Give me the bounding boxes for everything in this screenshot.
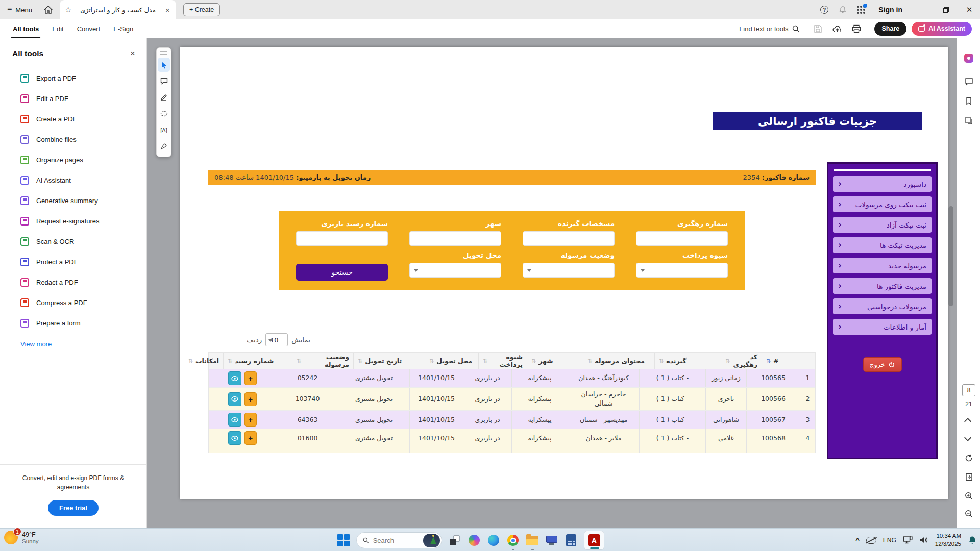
- table-header-cell[interactable]: وضعیت مرسوله ⇅: [292, 353, 353, 369]
- parcel-status-select[interactable]: [523, 263, 615, 278]
- sort-icon[interactable]: ⇅: [531, 358, 536, 364]
- zoom-in-button[interactable]: [961, 488, 976, 504]
- row-expand-button[interactable]: +: [244, 371, 257, 385]
- fit-page-button[interactable]: [961, 469, 976, 485]
- help-button[interactable]: ?: [816, 0, 832, 19]
- search-submit-button[interactable]: جستجو: [296, 264, 388, 281]
- tab-edit[interactable]: Edit: [45, 19, 70, 38]
- side-menu-item[interactable]: ثبت تیکت آزاد ‹: [833, 217, 932, 233]
- highlight-tool-button[interactable]: [158, 90, 170, 105]
- menu-button[interactable]: ≡ Menu: [0, 0, 39, 19]
- acrobat-taskbar-button[interactable]: A: [584, 531, 604, 550]
- side-menu-item[interactable]: مرسولات درخواستی ‹: [833, 298, 932, 314]
- sort-icon[interactable]: ⇅: [659, 358, 664, 364]
- rail-ai-assistant-button[interactable]: [961, 51, 976, 66]
- tab-esign[interactable]: E-Sign: [107, 19, 140, 38]
- side-menu-item[interactable]: مرسوله جدید ‹: [833, 258, 932, 273]
- row-view-button[interactable]: [228, 392, 241, 406]
- close-button[interactable]: ✕: [959, 0, 980, 19]
- task-view-button[interactable]: [448, 534, 461, 547]
- table-header-cell[interactable]: شهر ⇅: [527, 353, 583, 369]
- language-indicator[interactable]: ENG: [883, 537, 896, 544]
- notification-bell-icon[interactable]: [968, 536, 977, 545]
- sign-in-button[interactable]: Sign in: [871, 6, 910, 14]
- add-comment-button[interactable]: [158, 74, 170, 88]
- row-view-button[interactable]: [228, 413, 241, 427]
- zoom-out-button[interactable]: [961, 506, 976, 521]
- ai-assistant-button[interactable]: AI Assistant: [912, 22, 972, 36]
- calculator-button[interactable]: [565, 534, 578, 547]
- rail-bookmarks-button[interactable]: [961, 93, 976, 109]
- select-tool-button[interactable]: [158, 58, 170, 72]
- document-tab[interactable]: ☆ مدل کسب و کار و استراتژی ×: [60, 0, 176, 19]
- side-menu-item[interactable]: ثبت تیکت روی مرسولات ‹: [833, 196, 932, 212]
- tracking-number-input[interactable]: [636, 231, 728, 246]
- sort-icon[interactable]: ⇅: [483, 358, 487, 364]
- start-button[interactable]: [337, 534, 350, 547]
- drag-handle[interactable]: [160, 51, 167, 55]
- tab-all-tools[interactable]: All tools: [6, 19, 45, 38]
- tray-expand-button[interactable]: ^: [855, 536, 860, 544]
- restore-button[interactable]: [935, 0, 957, 19]
- volume-icon[interactable]: [919, 536, 928, 544]
- table-header-cell[interactable]: # ⇅: [762, 353, 815, 369]
- sort-icon[interactable]: ⇅: [228, 358, 232, 364]
- share-button[interactable]: Share: [874, 22, 906, 36]
- logout-button[interactable]: خروج: [863, 357, 902, 372]
- draw-tool-button[interactable]: [158, 107, 170, 121]
- table-header-cell[interactable]: کد رهگیری ⇅: [721, 353, 762, 369]
- scrollbar-thumb[interactable]: [948, 206, 953, 306]
- next-page-button[interactable]: [964, 434, 971, 441]
- previous-page-button[interactable]: [964, 418, 971, 425]
- find-text-button[interactable]: Find text or tools: [739, 25, 800, 33]
- save-button[interactable]: [811, 21, 825, 36]
- tool-item[interactable]: Prepare a form: [0, 313, 146, 333]
- apps-button[interactable]: [853, 0, 869, 19]
- christmas-tree-icon[interactable]: [423, 534, 440, 547]
- table-header-cell[interactable]: گیرنده ⇅: [654, 353, 721, 369]
- remote-desktop-button[interactable]: [545, 534, 558, 547]
- side-menu-item[interactable]: داشبورد ‹: [833, 176, 932, 192]
- copilot-button[interactable]: [468, 534, 481, 547]
- sort-icon[interactable]: ⇅: [587, 358, 592, 364]
- weather-widget[interactable]: 1 49°F Sunny: [4, 531, 39, 544]
- minimize-button[interactable]: —: [912, 0, 933, 19]
- network-icon[interactable]: [903, 536, 913, 544]
- mouse-off-icon[interactable]: [866, 537, 876, 544]
- side-menu-item[interactable]: آمار و اطلاعات ‹: [833, 319, 932, 335]
- tool-item[interactable]: Scan & OCR: [0, 231, 146, 252]
- edge-button[interactable]: [487, 534, 500, 547]
- payment-method-select[interactable]: [636, 263, 728, 278]
- tool-item[interactable]: Edit a PDF: [0, 88, 146, 109]
- rail-pages-button[interactable]: [961, 113, 976, 128]
- sort-icon[interactable]: ⇅: [358, 358, 362, 364]
- freight-receipt-input[interactable]: [296, 231, 388, 246]
- sort-icon[interactable]: ⇅: [297, 358, 301, 364]
- chrome-button[interactable]: [506, 534, 520, 547]
- tool-item[interactable]: Organize pages: [0, 149, 146, 170]
- tool-item[interactable]: Generative summary: [0, 190, 146, 211]
- row-expand-button[interactable]: +: [244, 413, 257, 427]
- clock[interactable]: 10:34 AM 12/3/2025: [935, 532, 961, 548]
- taskbar-search-input[interactable]: [373, 537, 419, 544]
- rotate-page-button[interactable]: [961, 450, 976, 466]
- sort-icon[interactable]: ⇅: [725, 358, 730, 364]
- table-header-cell[interactable]: تاریخ تحویل ⇅: [353, 353, 425, 369]
- tool-item[interactable]: Protect a PDF: [0, 252, 146, 272]
- table-header-cell[interactable]: امکانات ⇅: [184, 353, 223, 369]
- home-button[interactable]: [39, 0, 58, 19]
- tool-item[interactable]: Combine files: [0, 129, 146, 149]
- add-text-button[interactable]: [A]: [158, 123, 170, 137]
- fill-sign-button[interactable]: [158, 139, 170, 154]
- tool-item[interactable]: Compress a PDF: [0, 292, 146, 313]
- tab-close-icon[interactable]: ×: [164, 6, 171, 14]
- rail-comments-button[interactable]: [961, 74, 976, 89]
- taskbar-search[interactable]: [356, 532, 442, 548]
- row-expand-button[interactable]: +: [244, 431, 257, 445]
- table-header-cell[interactable]: محل تحویل ⇅: [425, 353, 478, 369]
- print-button[interactable]: [849, 21, 864, 36]
- tab-convert[interactable]: Convert: [70, 19, 107, 38]
- star-icon[interactable]: ☆: [65, 5, 71, 14]
- city-input[interactable]: [409, 231, 501, 246]
- recipient-input[interactable]: [523, 231, 615, 246]
